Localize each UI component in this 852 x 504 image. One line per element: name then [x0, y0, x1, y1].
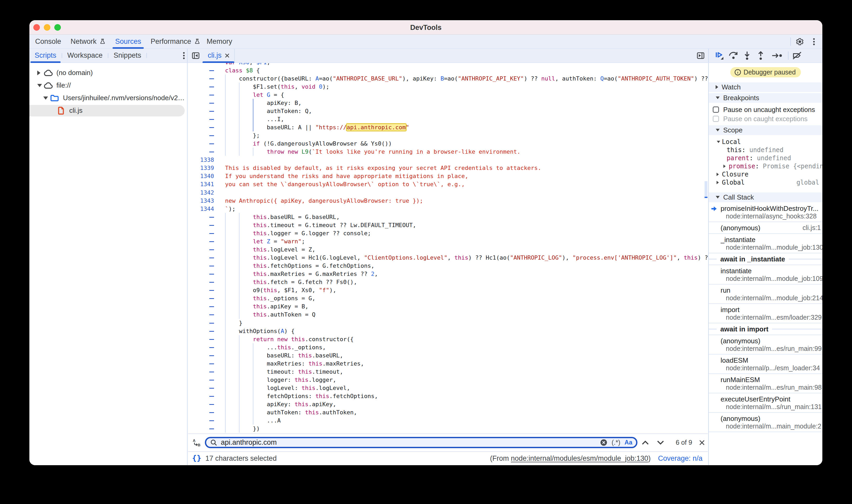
call-stack-frame[interactable]: (anonymous)node:internal/m...main_module… — [709, 413, 822, 432]
expanded-arrow-icon[interactable] — [716, 129, 720, 131]
navigator-more-kebab-icon[interactable] — [180, 52, 188, 59]
gutter-dash[interactable] — [188, 254, 214, 262]
gutter-dash[interactable] — [188, 376, 214, 384]
breakpoint-option[interactable]: Pause on uncaught exceptions — [709, 105, 822, 114]
gutter-dash[interactable] — [188, 123, 214, 131]
gutter-dash[interactable] — [188, 352, 214, 360]
call-stack-frame[interactable]: executeUserEntryPointnode:internal/m...s… — [709, 393, 822, 413]
gutter-dash[interactable] — [188, 229, 214, 237]
gutter-dash[interactable] — [188, 302, 214, 310]
gutter-dash[interactable] — [188, 392, 214, 400]
gutter-dash[interactable] — [188, 63, 214, 66]
collapsed-arrow-icon[interactable] — [715, 85, 718, 89]
hide-debugger-sidebar-icon[interactable] — [697, 52, 705, 59]
pretty-print-icon[interactable] — [193, 455, 201, 462]
step-icon[interactable] — [770, 49, 784, 62]
clear-search-icon[interactable] — [600, 439, 607, 446]
search-input-pill[interactable]: (.*)Aa — [205, 437, 637, 448]
expanded-arrow-icon[interactable] — [37, 84, 42, 87]
section-watch[interactable]: Watch — [709, 82, 822, 93]
gutter-dash[interactable] — [188, 286, 214, 294]
gutter-dash[interactable] — [188, 270, 214, 278]
call-stack-frame[interactable]: (anonymous)cli.js:1 — [709, 222, 822, 234]
gutter-dash[interactable] — [188, 148, 214, 156]
gutter-dash[interactable] — [188, 327, 214, 335]
scope-row-closure[interactable]: Closure — [709, 170, 822, 179]
step-out-icon[interactable] — [754, 49, 767, 62]
settings-gear-icon[interactable] — [796, 37, 804, 46]
gutter-dash[interactable] — [188, 278, 214, 286]
gutter-dash[interactable] — [188, 74, 214, 83]
gutter-dash[interactable] — [188, 416, 214, 425]
call-stack-frame[interactable]: loadESMnode:internal/p.../esm_loader:34 — [709, 355, 822, 374]
gutter-dash[interactable] — [188, 294, 214, 302]
call-stack-frame[interactable]: promiseInitHookWithDestroyTr...node:inte… — [709, 203, 822, 222]
checkbox[interactable] — [713, 106, 719, 113]
gutter-dash[interactable] — [188, 319, 214, 327]
match-case-toggle[interactable]: Aa — [625, 439, 633, 446]
tree-item-cli-js[interactable]: cli.js — [29, 104, 187, 117]
call-stack-frame[interactable]: importnode:internal/m...esm/loader:329 — [709, 304, 822, 323]
breakpoint-option[interactable]: Pause on caught exceptions — [709, 114, 822, 124]
next-match-icon[interactable] — [657, 440, 664, 445]
close-search-icon[interactable] — [699, 440, 705, 446]
collapsed-arrow-icon[interactable] — [717, 173, 719, 176]
collapsed-arrow-icon[interactable] — [717, 181, 719, 184]
scope-row-parent[interactable]: parent: undefined — [709, 154, 822, 162]
gutter-dash[interactable] — [188, 237, 214, 246]
gutter-dash[interactable] — [188, 91, 214, 99]
tree-item--no-domain-[interactable]: (no domain) — [29, 67, 187, 79]
gutter-dash[interactable] — [188, 335, 214, 343]
gutter-dash[interactable] — [188, 310, 214, 319]
call-stack-frame[interactable]: runMainESMnode:internal/m...es/run_main:… — [709, 374, 822, 393]
gutter-dash[interactable] — [188, 213, 214, 221]
search-input[interactable] — [221, 438, 600, 447]
gutter-line-number[interactable]: 1338 — [188, 156, 214, 164]
hide-navigator-icon[interactable] — [192, 52, 200, 59]
call-stack-frame[interactable]: (anonymous)node:internal/m...es/run_main… — [709, 335, 822, 355]
tree-item-file-[interactable]: file:// — [29, 79, 187, 92]
more-options-kebab-icon[interactable] — [810, 38, 818, 46]
scope-row-global[interactable]: Globalglobal — [709, 179, 822, 187]
scope-row-this[interactable]: this: undefined — [709, 146, 822, 154]
regex-toggle[interactable]: (.*) — [611, 439, 620, 446]
scope-row-promise[interactable]: promise: Promise {<pending>} — [709, 162, 822, 170]
tree-item-users-jinhuilee-nvm-versions-node-v2-[interactable]: Users/jinhuilee/.nvm/versions/node/v2… — [29, 92, 187, 104]
gutter-dash[interactable] — [188, 140, 214, 148]
gutter-dash[interactable] — [188, 384, 214, 392]
expanded-arrow-icon[interactable] — [43, 96, 48, 100]
navigator-tab-scripts[interactable]: Scripts — [29, 49, 61, 62]
previous-match-icon[interactable] — [642, 440, 649, 445]
gutter-dash[interactable] — [188, 107, 214, 115]
section-breakpoints[interactable]: Breakpoints — [709, 93, 822, 103]
gutter-line-number[interactable]: 1340 — [188, 172, 214, 180]
gutter-dash[interactable] — [188, 221, 214, 229]
gutter-dash[interactable] — [188, 343, 214, 352]
source-map-link[interactable]: node:internal/modules/esm/module_job:130 — [511, 454, 649, 462]
gutter-dash[interactable] — [188, 262, 214, 270]
editor-tab-clijs[interactable]: cli.js — [202, 49, 235, 62]
tab-memory[interactable]: Memory — [202, 35, 237, 48]
step-over-icon[interactable] — [727, 49, 740, 62]
gutter-dash[interactable] — [188, 83, 214, 91]
resume-script-icon[interactable] — [713, 49, 727, 62]
collapsed-arrow-icon[interactable] — [724, 165, 726, 168]
gutter-dash[interactable] — [188, 66, 214, 74]
tab-performance[interactable]: Performance — [146, 35, 205, 48]
tab-sources[interactable]: Sources — [110, 35, 146, 48]
gutter-line-number[interactable]: 1342 — [188, 188, 214, 197]
call-stack-frame[interactable]: instantiatenode:internal/m...module_job:… — [709, 265, 822, 285]
call-stack-frame[interactable]: runnode:internal/m...module_job:214 — [709, 285, 822, 304]
gutter-line-number[interactable]: 1344 — [188, 205, 214, 213]
gutter-dash[interactable] — [188, 115, 214, 123]
gutter-dash[interactable] — [188, 368, 214, 376]
deactivate-breakpoints-icon[interactable] — [790, 49, 804, 62]
gutter-dash[interactable] — [188, 246, 214, 254]
coverage-link[interactable]: Coverage: n/a — [658, 454, 703, 463]
gutter-line-number[interactable]: 1341 — [188, 180, 214, 188]
code-view[interactable]: var Xs0, $F1;class $8 { constructor({bas… — [188, 63, 708, 433]
scope-row-local[interactable]: Local — [709, 138, 822, 146]
gutter-dash[interactable] — [188, 99, 214, 107]
gutter-line-number[interactable]: 1343 — [188, 197, 214, 205]
expanded-arrow-icon[interactable] — [716, 96, 720, 99]
